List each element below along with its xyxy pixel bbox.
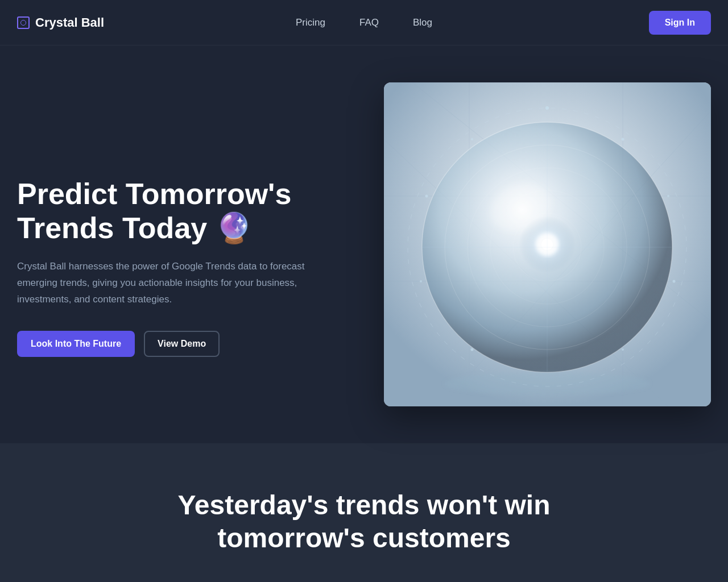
svg-point-18 xyxy=(545,106,549,110)
bottom-title-line2: tomorrow's customers xyxy=(217,523,511,553)
look-into-future-button[interactable]: Look Into The Future xyxy=(17,331,135,357)
hero-image xyxy=(370,82,711,406)
bottom-title: Yesterday's trends won't win tomorrow's … xyxy=(177,489,550,554)
view-demo-button[interactable]: View Demo xyxy=(144,331,220,357)
signin-button[interactable]: Sign In xyxy=(649,11,711,35)
bottom-section: Yesterday's trends won't win tomorrow's … xyxy=(0,443,728,582)
svg-point-21 xyxy=(673,280,676,283)
nav-link-pricing[interactable]: Pricing xyxy=(296,17,325,28)
svg-point-20 xyxy=(667,195,669,197)
hero-section: Predict Tomorrow's Trends Today 🔮 Crysta… xyxy=(0,45,728,443)
logo-text: Crystal Ball xyxy=(35,15,104,30)
svg-point-26 xyxy=(471,138,473,140)
nav-links: Pricing FAQ Blog xyxy=(296,17,432,28)
nav-link-faq[interactable]: FAQ xyxy=(359,17,379,28)
svg-point-23 xyxy=(471,348,474,351)
logo[interactable]: Crystal Ball xyxy=(17,15,104,30)
svg-point-25 xyxy=(425,195,428,198)
hero-title: Predict Tomorrow's Trends Today 🔮 xyxy=(17,177,347,246)
svg-point-22 xyxy=(622,348,624,351)
svg-point-24 xyxy=(420,280,422,282)
navbar: Crystal Ball Pricing FAQ Blog Sign In xyxy=(0,0,728,45)
logo-icon xyxy=(17,16,30,29)
crystal-ball-image xyxy=(384,82,711,406)
hero-buttons: Look Into The Future View Demo xyxy=(17,331,347,357)
hero-subtitle: Crystal Ball harnesses the power of Goog… xyxy=(17,259,313,308)
svg-point-29 xyxy=(445,372,650,395)
bottom-title-line1: Yesterday's trends won't win xyxy=(177,490,550,520)
nav-link-blog[interactable]: Blog xyxy=(413,17,432,28)
hero-content: Predict Tomorrow's Trends Today 🔮 Crysta… xyxy=(17,132,347,357)
svg-point-19 xyxy=(622,138,624,141)
